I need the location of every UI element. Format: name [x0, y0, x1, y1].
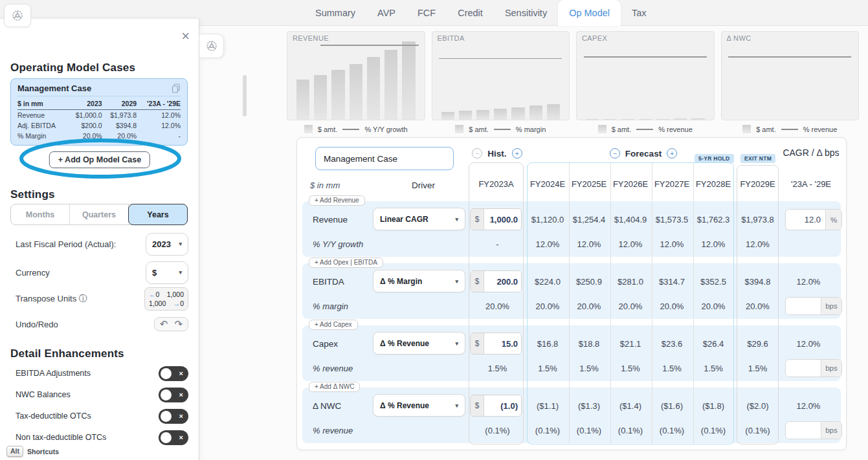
- hist-value-input[interactable]: [484, 209, 521, 230]
- forecast-value: ($1.3): [568, 393, 610, 419]
- hist-value-input[interactable]: [484, 333, 521, 354]
- column-header-fy2028e: FY2028E: [693, 179, 734, 192]
- bar: [529, 105, 542, 120]
- toggle-non-tax-deductible-otcs[interactable]: ×: [159, 430, 188, 445]
- add-op-model-case-button[interactable]: + Add Op Model Case: [49, 151, 150, 168]
- forecast-sub-value: 1.5%: [568, 359, 610, 377]
- toggle-row-non-tax-deductible-otcs: Non tax-deductible OTCs×: [16, 429, 188, 446]
- tab-op-model[interactable]: Op Model: [558, 0, 621, 26]
- undo-icon[interactable]: ↶: [160, 318, 168, 330]
- tab-tax[interactable]: Tax: [621, 0, 658, 26]
- toggle-off-icon: ×: [179, 433, 183, 443]
- toggle-knob: [161, 368, 172, 379]
- table-sections: + Add RevenueRevenueLinear CAGR▾$$1,120.…: [302, 201, 841, 450]
- transpose-units-button[interactable]: ←0 1,000 1,000 →0: [144, 287, 188, 311]
- case-card-cell: $200.0: [67, 120, 102, 131]
- tab-avp[interactable]: AVP: [366, 0, 406, 26]
- bar-series: [722, 32, 859, 120]
- period-option-months[interactable]: Months: [11, 204, 70, 225]
- toggle-nwc-balances[interactable]: ×: [159, 388, 188, 402]
- add-row-button-revenue[interactable]: + Add Revenue: [309, 195, 365, 206]
- exit-sub-value: 1.5%: [737, 359, 779, 377]
- currency-select[interactable]: $ ▾: [146, 261, 188, 284]
- forecast-add-icon[interactable]: +: [667, 148, 677, 159]
- transpose-top-to: 1,000: [167, 290, 184, 299]
- subrow-label: % Y/Y growth: [313, 235, 363, 253]
- add-row-button-capex[interactable]: + Add Capex: [309, 320, 358, 330]
- toggle-off-icon: ×: [179, 369, 183, 378]
- hist-value-input[interactable]: [484, 395, 521, 416]
- case-card-col-header: $ in mm: [17, 98, 67, 110]
- tab-fcf[interactable]: FCF: [406, 0, 447, 26]
- case-card-title: Management Case: [17, 83, 91, 93]
- period-option-years[interactable]: Years: [128, 204, 188, 225]
- bar: [441, 112, 454, 120]
- info-icon[interactable]: ⓘ: [79, 294, 87, 303]
- toggle-off-icon: ×: [179, 390, 183, 400]
- case-card[interactable]: Management Case $ in mm20232029'23A - '2…: [10, 78, 188, 146]
- bar-series: [577, 32, 714, 120]
- chart-legend: $ amt.% margin: [432, 125, 570, 133]
- case-card-cell: $394.8: [102, 120, 137, 131]
- chart-ebitda: EBITDA$ amt.% margin: [432, 31, 570, 133]
- chart-card-nwc: Δ NWC: [721, 31, 860, 120]
- driver-select-nwc[interactable]: Δ % Revenue▾: [373, 394, 465, 417]
- chevron-down-icon: ▾: [455, 402, 458, 409]
- hist-add-icon[interactable]: +: [512, 148, 522, 159]
- chart-card-ebitda: EBITDA: [432, 31, 570, 120]
- redo-icon[interactable]: ↷: [174, 318, 183, 330]
- percent-line: [584, 56, 707, 58]
- chart-title: EBITDA: [438, 34, 465, 42]
- case-card-cell: $1,973.8: [102, 110, 137, 121]
- forecast-value: $1,120.0: [527, 206, 568, 232]
- forecast-sub-value: (0.1%): [651, 421, 693, 439]
- percent-line: [728, 56, 851, 58]
- forecast-value: $224.0: [527, 268, 568, 294]
- hist-remove-icon[interactable]: −: [472, 148, 482, 159]
- tab-sensitivity[interactable]: Sensitivity: [494, 0, 558, 26]
- driver-select-revenue[interactable]: Linear CAGR▾: [373, 208, 465, 230]
- add-row-button-nwc[interactable]: + Add Δ NWC: [309, 382, 360, 392]
- hist-value-input[interactable]: [484, 271, 521, 292]
- last-fiscal-label: Last Fiscal Period (Actual):: [16, 239, 116, 249]
- cagr-value: 12.0%: [773, 393, 843, 419]
- case-card-cell: 12.0%: [137, 110, 181, 121]
- toggle-tax-deductible-otcs[interactable]: ×: [159, 409, 188, 424]
- bar: [674, 118, 687, 120]
- bps-value-input[interactable]: [786, 360, 821, 377]
- copy-icon[interactable]: [172, 83, 181, 93]
- toggle-knob: [161, 389, 172, 400]
- toggle-off-icon: ×: [179, 411, 183, 421]
- toggle-ebitda-adjustments[interactable]: ×: [159, 366, 188, 381]
- legend-line-label: % revenue: [658, 126, 693, 133]
- chevron-down-icon: ▾: [179, 241, 182, 247]
- sidebar-gear-tab[interactable]: [199, 34, 224, 58]
- last-fiscal-select[interactable]: 2023 ▾: [146, 233, 188, 256]
- bps-value-input[interactable]: [786, 422, 821, 439]
- last-fiscal-value: 2023: [152, 239, 171, 249]
- alt-key-badge: Alt: [6, 446, 23, 457]
- subrow-label: % revenue: [313, 421, 353, 439]
- driver-select-ebitda[interactable]: Δ % Margin▾: [373, 270, 465, 292]
- settings-gear-tab[interactable]: [4, 4, 31, 27]
- gear-icon: [205, 39, 218, 52]
- tab-summary[interactable]: Summary: [304, 0, 366, 26]
- scrollbar-thumb[interactable]: [243, 75, 247, 116]
- close-icon[interactable]: ×: [181, 29, 190, 43]
- forecast-remove-icon[interactable]: −: [610, 148, 620, 159]
- chart-card-capex: CAPEX: [576, 31, 715, 120]
- legend-line-label: % margin: [516, 126, 546, 133]
- add-row-button-ebitda[interactable]: + Add Opex | EBITDA: [309, 257, 383, 268]
- tab-credit[interactable]: Credit: [447, 0, 494, 26]
- bps-value-input[interactable]: [786, 298, 821, 314]
- driver-select-capex[interactable]: Δ % Revenue▾: [373, 332, 465, 355]
- forecast-sub-value: 1.5%: [693, 359, 734, 377]
- percent-suffix: %: [825, 210, 841, 230]
- line-swatch-icon: [636, 129, 653, 130]
- cagr-value-input[interactable]: [786, 210, 825, 230]
- forecast-value: $23.6: [651, 331, 693, 356]
- case-name-input[interactable]: [315, 147, 454, 170]
- bps-suffix: bps: [821, 422, 841, 439]
- period-option-quarters[interactable]: Quarters: [70, 204, 129, 225]
- legend-bar-label: $ amt.: [318, 126, 338, 133]
